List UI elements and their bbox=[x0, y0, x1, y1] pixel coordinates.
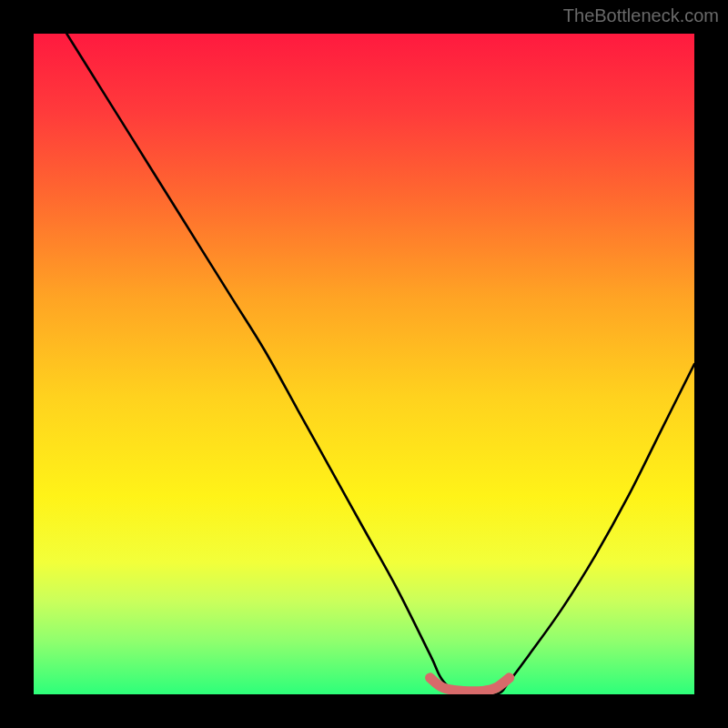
plot-area bbox=[34, 34, 694, 694]
chart-svg bbox=[34, 34, 694, 694]
watermark-text: TheBottleneck.com bbox=[563, 5, 719, 26]
bottleneck-curve bbox=[66, 34, 694, 694]
chart-frame: TheBottleneck.com bbox=[0, 0, 728, 728]
